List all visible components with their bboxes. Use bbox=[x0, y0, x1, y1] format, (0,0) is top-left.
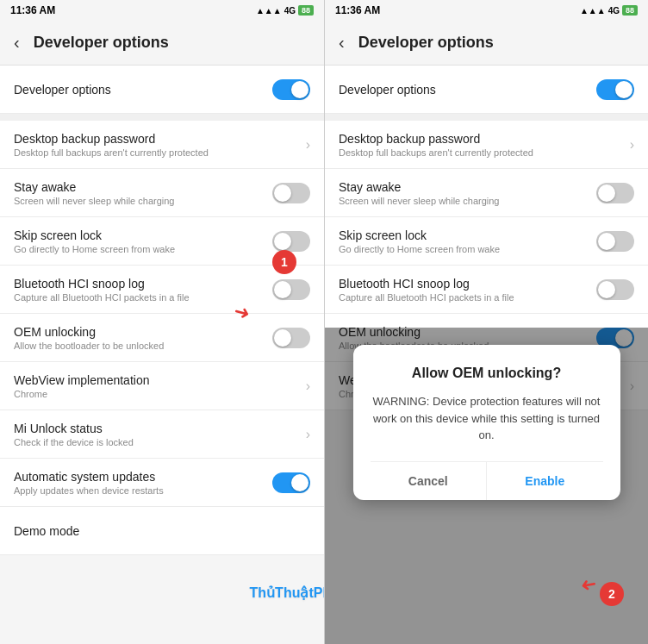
dialog-title: Allow OEM unlocking? bbox=[371, 366, 603, 381]
left-title-mi-unlock: Mi Unlock status bbox=[14, 422, 306, 435]
left-item-bluetooth-hci[interactable]: Bluetooth HCI snoop log Capture all Blue… bbox=[0, 266, 324, 314]
left-chevron-mi-unlock: › bbox=[306, 427, 310, 442]
right-toggle-stay-awake[interactable] bbox=[596, 183, 634, 203]
left-title-webview: WebView implementation bbox=[14, 373, 306, 387]
left-item-demo-mode[interactable]: Demo mode bbox=[0, 507, 324, 555]
right-header-title: Developer options bbox=[358, 34, 494, 52]
right-subtitle-skip-lock: Go directly to Home screen from wake bbox=[339, 244, 596, 254]
right-item-stay-awake[interactable]: Stay awake Screen will never sleep while… bbox=[325, 169, 648, 217]
dialog-enable-button[interactable]: Enable bbox=[487, 462, 603, 500]
right-subtitle-desktop-backup: Desktop full backups aren't currently pr… bbox=[339, 147, 630, 158]
left-subtitle-webview: Chrome bbox=[14, 389, 306, 399]
right-subtitle-stay-awake: Screen will never sleep while charging bbox=[339, 196, 596, 206]
right-title-stay-awake: Stay awake bbox=[339, 180, 596, 194]
left-toggle-developer-options[interactable] bbox=[272, 79, 310, 100]
left-item-mi-unlock[interactable]: Mi Unlock status Check if the device is … bbox=[0, 410, 324, 459]
left-title-bluetooth-hci: Bluetooth HCI snoop log bbox=[14, 277, 272, 291]
main-container: 11:36 AM ▲▲▲ 4G 88 ‹ Developer options D… bbox=[0, 0, 648, 644]
right-toggle-developer-options[interactable] bbox=[596, 79, 634, 100]
right-chevron-desktop-backup: › bbox=[630, 137, 634, 153]
right-item-skip-lock[interactable]: Skip screen lock Go directly to Home scr… bbox=[325, 217, 648, 266]
right-header: ‹ Developer options bbox=[325, 21, 648, 66]
right-network-type: 4G bbox=[608, 6, 620, 16]
left-item-desktop-backup[interactable]: Desktop backup password Desktop full bac… bbox=[0, 121, 324, 169]
network-type: 4G bbox=[284, 6, 296, 16]
left-separator-1 bbox=[0, 114, 324, 121]
left-subtitle-bluetooth-hci: Capture all Bluetooth HCI packets in a f… bbox=[14, 292, 272, 303]
step1-badge: 1 bbox=[272, 250, 296, 274]
right-status-icons: ▲▲▲ 4G 88 bbox=[580, 5, 638, 16]
left-item-oem-unlocking[interactable]: OEM unlocking Allow the bootloader to be… bbox=[0, 314, 324, 362]
left-subtitle-skip-lock: Go directly to Home screen from wake bbox=[14, 244, 272, 254]
dialog-body: WARNING: Device protection features will… bbox=[371, 393, 603, 444]
dialog-cancel-button[interactable]: Cancel bbox=[371, 462, 488, 500]
right-toggle-skip-lock[interactable] bbox=[596, 231, 634, 252]
right-title-developer-options: Developer options bbox=[339, 83, 596, 97]
right-item-developer-options[interactable]: Developer options bbox=[325, 66, 648, 114]
right-title-bluetooth-hci: Bluetooth HCI snoop log bbox=[339, 277, 596, 291]
left-header-title: Developer options bbox=[34, 34, 169, 52]
left-header: ‹ Developer options bbox=[0, 21, 324, 66]
left-subtitle-auto-update: Apply updates when device restarts bbox=[14, 485, 272, 496]
left-item-developer-options[interactable]: Developer options bbox=[0, 66, 324, 114]
left-toggle-bluetooth-hci[interactable] bbox=[272, 279, 310, 300]
right-title-desktop-backup: Desktop backup password bbox=[339, 132, 630, 146]
left-subtitle-desktop-backup: Desktop full backups aren't currently pr… bbox=[14, 147, 306, 158]
left-back-button[interactable]: ‹ bbox=[14, 33, 20, 53]
left-item-stay-awake[interactable]: Stay awake Screen will never sleep while… bbox=[0, 169, 324, 217]
right-title-skip-lock: Skip screen lock bbox=[339, 228, 596, 242]
left-subtitle-oem-unlocking: Allow the bootloader to be unlocked bbox=[14, 341, 272, 351]
left-item-auto-update[interactable]: Automatic system updates Apply updates w… bbox=[0, 459, 324, 507]
left-item-webview[interactable]: WebView implementation Chrome › bbox=[0, 362, 324, 410]
left-toggle-auto-update[interactable] bbox=[272, 472, 310, 493]
left-status-bar: 11:36 AM ▲▲▲ 4G 88 bbox=[0, 0, 324, 21]
step2-badge: 2 bbox=[600, 582, 624, 606]
left-title-desktop-backup: Desktop backup password bbox=[14, 132, 306, 146]
right-item-bluetooth-hci[interactable]: Bluetooth HCI snoop log Capture all Blue… bbox=[325, 266, 648, 314]
left-toggle-oem-unlocking[interactable] bbox=[272, 328, 310, 348]
right-subtitle-bluetooth-hci: Capture all Bluetooth HCI packets in a f… bbox=[339, 292, 596, 303]
right-time: 11:36 AM bbox=[335, 4, 380, 16]
battery-indicator: 88 bbox=[298, 5, 314, 16]
watermark: ThủThuậtPhanMem.vn bbox=[250, 585, 324, 601]
right-signal-icon: ▲▲▲ bbox=[580, 6, 606, 16]
left-subtitle-stay-awake: Screen will never sleep while charging bbox=[14, 196, 272, 206]
left-title-developer-options: Developer options bbox=[14, 83, 272, 97]
left-chevron-desktop-backup: › bbox=[306, 137, 310, 153]
right-item-desktop-backup[interactable]: Desktop backup password Desktop full bac… bbox=[325, 121, 648, 169]
right-back-button[interactable]: ‹ bbox=[339, 33, 345, 53]
signal-icon: ▲▲▲ bbox=[256, 6, 282, 16]
right-separator-1 bbox=[325, 114, 648, 121]
left-status-icons: ▲▲▲ 4G 88 bbox=[256, 5, 314, 16]
left-title-demo-mode: Demo mode bbox=[14, 524, 310, 538]
right-battery-indicator: 88 bbox=[622, 5, 638, 16]
left-title-stay-awake: Stay awake bbox=[14, 180, 272, 194]
oem-dialog: Allow OEM unlocking? WARNING: Device pro… bbox=[353, 345, 620, 500]
left-time: 11:36 AM bbox=[10, 4, 55, 16]
left-title-auto-update: Automatic system updates bbox=[14, 470, 272, 484]
left-toggle-stay-awake[interactable] bbox=[272, 183, 310, 203]
left-subtitle-mi-unlock: Check if the device is locked bbox=[14, 437, 306, 447]
left-title-skip-lock: Skip screen lock bbox=[14, 228, 272, 242]
dialog-buttons: Cancel Enable bbox=[371, 461, 603, 500]
right-status-bar: 11:36 AM ▲▲▲ 4G 88 bbox=[325, 0, 648, 21]
left-toggle-skip-lock[interactable] bbox=[272, 231, 310, 252]
left-chevron-webview: › bbox=[306, 378, 310, 394]
left-panel: 11:36 AM ▲▲▲ 4G 88 ‹ Developer options D… bbox=[0, 0, 324, 644]
left-settings-list: Developer options Desktop backup passwor… bbox=[0, 66, 324, 644]
right-toggle-bluetooth-hci[interactable] bbox=[596, 279, 634, 300]
right-panel: 11:36 AM ▲▲▲ 4G 88 ‹ Developer options D… bbox=[324, 0, 648, 644]
left-title-oem-unlocking: OEM unlocking bbox=[14, 325, 272, 339]
